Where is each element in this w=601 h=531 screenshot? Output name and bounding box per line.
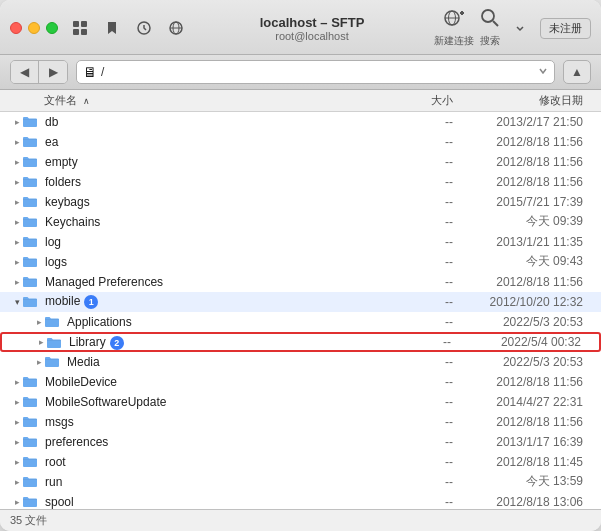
sftp-icon[interactable] [162, 14, 190, 42]
expand-arrow[interactable]: ▸ [8, 377, 22, 387]
list-item[interactable]: ▸ Media -- 2022/5/3 20:53 [0, 352, 601, 372]
file-name: Applications [67, 315, 373, 329]
file-name: keybags [45, 195, 373, 209]
list-item[interactable]: ▸ ea -- 2012/8/18 11:56 [0, 132, 601, 152]
list-item[interactable]: ▸ root -- 2012/8/18 11:45 [0, 452, 601, 472]
expand-arrow[interactable]: ▸ [8, 357, 44, 367]
list-item[interactable]: ▸ Applications -- 2022/5/3 20:53 [0, 312, 601, 332]
folder-icon [22, 175, 42, 188]
expand-arrow[interactable]: ▸ [8, 317, 44, 327]
folder-icon [22, 275, 42, 288]
forward-button[interactable]: ▶ [39, 61, 67, 83]
file-list-header: 文件名 ∧ 大小 修改日期 [0, 90, 601, 112]
list-item[interactable]: ▾ mobile1 -- 2012/10/20 12:32 [0, 292, 601, 312]
file-size: -- [373, 395, 453, 409]
folder-icon [22, 155, 42, 168]
list-item[interactable]: ▸ msgs -- 2012/8/18 11:56 [0, 412, 601, 432]
search-label: 搜索 [480, 34, 500, 48]
more-icon[interactable] [506, 14, 534, 42]
list-item[interactable]: ▸ run -- 今天 13:59 [0, 472, 601, 492]
expand-arrow[interactable]: ▸ [8, 477, 22, 487]
file-name: ea [45, 135, 373, 149]
list-item[interactable]: ▸ preferences -- 2013/1/17 16:39 [0, 432, 601, 452]
list-item[interactable]: ▸ spool -- 2012/8/18 13:06 [0, 492, 601, 509]
list-item[interactable]: ▸ MobileDevice -- 2012/8/18 11:56 [0, 372, 601, 392]
navbar: ◀ ▶ 🖥 / ▲ [0, 55, 601, 90]
bookmark-icon[interactable] [98, 14, 126, 42]
file-size: -- [373, 375, 453, 389]
file-size: -- [373, 295, 453, 309]
path-folder-icon: 🖥 [83, 64, 97, 80]
svg-rect-0 [73, 21, 79, 27]
list-item[interactable]: ▸ Managed Preferences -- 2012/8/18 11:56 [0, 272, 601, 292]
expand-arrow[interactable]: ▸ [8, 277, 22, 287]
file-date: 今天 09:39 [453, 213, 593, 230]
file-size: -- [373, 455, 453, 469]
expand-arrow[interactable]: ▸ [8, 117, 22, 127]
path-bar: 🖥 / [76, 60, 555, 84]
nav-arrows: ◀ ▶ [10, 60, 68, 84]
file-size: -- [373, 355, 453, 369]
file-list-container[interactable]: 文件名 ∧ 大小 修改日期 ▸ db -- 2013/2/17 21:50 ▸ … [0, 90, 601, 509]
expand-arrow[interactable]: ▾ [8, 297, 22, 307]
expand-arrow[interactable]: ▸ [8, 157, 22, 167]
folder-icon [22, 255, 42, 268]
list-item[interactable]: ▸ logs -- 今天 09:43 [0, 252, 601, 272]
path-dropdown-icon[interactable] [538, 66, 548, 78]
search-btn[interactable]: 搜索 [480, 8, 500, 48]
file-size: -- [373, 115, 453, 129]
list-item[interactable]: ▸ MobileSoftwareUpdate -- 2014/4/27 22:3… [0, 392, 601, 412]
file-name: run [45, 475, 373, 489]
expand-arrow[interactable]: ▸ [10, 337, 46, 347]
list-item[interactable]: ▸ Library2 -- 2022/5/4 00:32 [0, 332, 601, 352]
list-item[interactable]: ▸ db -- 2013/2/17 21:50 [0, 112, 601, 132]
history-icon[interactable] [130, 14, 158, 42]
file-date: 2015/7/21 17:39 [453, 195, 593, 209]
expand-arrow[interactable]: ▸ [8, 437, 22, 447]
list-item[interactable]: ▸ folders -- 2012/8/18 11:56 [0, 172, 601, 192]
list-item[interactable]: ▸ keybags -- 2015/7/21 17:39 [0, 192, 601, 212]
file-name: preferences [45, 435, 373, 449]
header-size: 大小 [373, 93, 453, 108]
list-item[interactable]: ▸ empty -- 2012/8/18 11:56 [0, 152, 601, 172]
expand-arrow[interactable]: ▸ [8, 497, 22, 507]
expand-arrow[interactable]: ▸ [8, 177, 22, 187]
unregistered-button[interactable]: 未注册 [540, 18, 591, 39]
folder-icon [44, 315, 64, 328]
expand-arrow[interactable]: ▸ [8, 457, 22, 467]
file-date: 2012/8/18 11:56 [453, 135, 593, 149]
expand-arrow[interactable]: ▸ [8, 137, 22, 147]
expand-arrow[interactable]: ▸ [8, 237, 22, 247]
back-button[interactable]: ◀ [11, 61, 39, 83]
file-date: 2012/8/18 11:56 [453, 175, 593, 189]
file-name: Library2 [69, 335, 371, 350]
expand-arrow[interactable]: ▸ [8, 197, 22, 207]
up-button[interactable]: ▲ [563, 60, 591, 84]
file-name: MobileSoftwareUpdate [45, 395, 373, 409]
grid-icon[interactable] [66, 14, 94, 42]
expand-arrow[interactable]: ▸ [8, 397, 22, 407]
file-size: -- [373, 415, 453, 429]
folder-icon [22, 115, 42, 128]
titlebar-right: 新建连接 搜索 未注册 [434, 8, 591, 48]
titlebar-center: localhost – SFTP root@localhost [198, 15, 426, 42]
file-name: logs [45, 255, 373, 269]
svg-point-13 [482, 10, 494, 22]
expand-arrow[interactable]: ▸ [8, 217, 22, 227]
file-size: -- [373, 315, 453, 329]
file-date: 2013/1/17 16:39 [453, 435, 593, 449]
maximize-button[interactable] [46, 22, 58, 34]
list-item[interactable]: ▸ Keychains -- 今天 09:39 [0, 212, 601, 232]
expand-arrow[interactable]: ▸ [8, 257, 22, 267]
new-connection-btn[interactable]: 新建连接 [434, 8, 474, 48]
file-name: root [45, 455, 373, 469]
folder-icon [22, 375, 42, 388]
file-date: 2022/5/4 00:32 [451, 335, 591, 349]
expand-arrow[interactable]: ▸ [8, 417, 22, 427]
close-button[interactable] [10, 22, 22, 34]
minimize-button[interactable] [28, 22, 40, 34]
list-item[interactable]: ▸ log -- 2013/1/21 11:35 [0, 232, 601, 252]
file-date: 今天 13:59 [453, 473, 593, 490]
file-date: 2012/8/18 11:56 [453, 415, 593, 429]
folder-icon [22, 415, 42, 428]
